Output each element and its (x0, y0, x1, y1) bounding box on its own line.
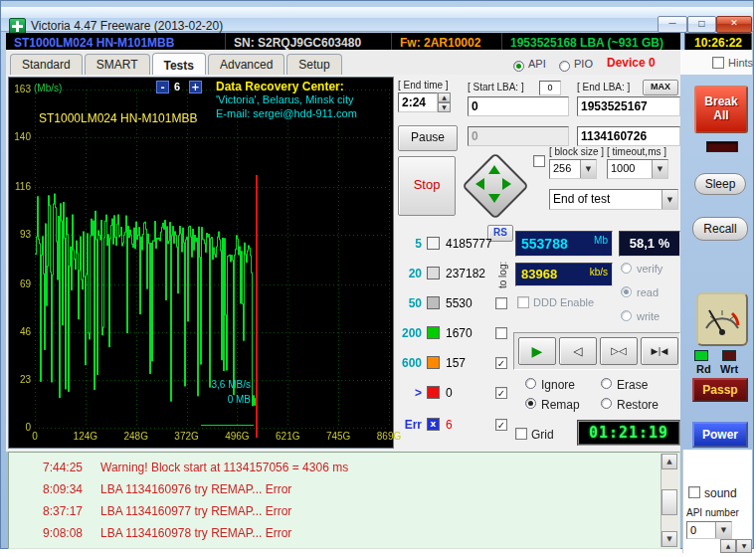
seek-down-icon[interactable] (488, 194, 500, 203)
end-action-combo[interactable]: End of test ▼ (549, 189, 678, 210)
scan-loop-icon[interactable]: ▷◁ (600, 337, 638, 365)
power-button[interactable]: Power (692, 422, 748, 448)
maximize-button[interactable]: □ (687, 16, 716, 33)
scan-play-icon[interactable]: ▶ (518, 337, 556, 365)
title-bar[interactable]: Victoria 4.47 Freeware (2013-02-20) — □ … (1, 7, 753, 32)
block-size-combo[interactable]: 256 ▼ (549, 159, 597, 179)
erase-radio[interactable] (601, 378, 612, 389)
x-tick-label: 496G (219, 432, 255, 442)
tab-tests[interactable]: Tests (152, 53, 206, 76)
seek-option-checkbox[interactable] (533, 155, 545, 167)
read-radio[interactable] (621, 286, 632, 297)
api-spin-down-icon[interactable]: ▼ (736, 539, 752, 553)
latency-log-checkbox[interactable]: ✓ (495, 419, 507, 431)
latency-color-block (427, 386, 440, 399)
read-activity-led (694, 350, 708, 361)
tab-advanced[interactable]: Advanced (208, 54, 284, 75)
write-radio-label: write (637, 310, 660, 322)
close-button[interactable]: ✕ (716, 16, 752, 33)
latency-count: 157 (446, 356, 466, 370)
to-log-label: to log: (497, 262, 508, 288)
log-time: 7:44:25 (43, 461, 83, 474)
remap-radio[interactable] (525, 398, 536, 409)
x-tick-label: 248G (118, 432, 154, 442)
ignore-radio[interactable] (525, 378, 536, 389)
api-number-value: 0 (687, 522, 715, 538)
log-line: 7:44:25Warning! Block start at 113415705… (9, 461, 679, 480)
scroll-thumb[interactable] (662, 489, 677, 515)
end-time-spin-down-icon[interactable]: ▼ (438, 102, 451, 112)
api-number-dropdown-icon[interactable]: ▼ (715, 522, 731, 538)
tab-setup[interactable]: Setup (286, 54, 341, 75)
block-size-dropdown-icon[interactable]: ▼ (580, 160, 596, 178)
stop-button[interactable]: Stop (398, 156, 456, 216)
sleep-button[interactable]: Sleep (694, 173, 746, 195)
end-time-spin-up-icon[interactable]: ▲ (438, 93, 451, 102)
latency-log-checkbox[interactable] (495, 327, 507, 339)
timeout-combo[interactable]: 1000 ▼ (607, 159, 668, 179)
latency-count: 5530 (446, 296, 472, 310)
ignore-radio-label: Ignore (541, 378, 575, 392)
api-number-combo[interactable]: 0 ▼ (686, 521, 732, 539)
start-lba-mini-box[interactable]: 0 (539, 81, 561, 95)
y-tick-label: 116 (9, 182, 31, 192)
ddd-enable-checkbox[interactable] (517, 296, 529, 308)
passport-button[interactable]: Passp (692, 378, 748, 402)
seek-up-icon[interactable] (488, 165, 500, 174)
watermark-title: Data Recovery Center: (216, 80, 344, 93)
end-lba-input[interactable] (577, 96, 680, 116)
latency-log-checkbox[interactable]: ✓ (495, 357, 507, 369)
scan-back-icon[interactable]: ◁ (559, 337, 597, 365)
end-action-value: End of test (550, 190, 662, 209)
minimize-button[interactable]: — (658, 16, 687, 33)
api-spin-up-icon[interactable]: ▲ (720, 539, 736, 553)
pio-radio[interactable] (559, 61, 570, 72)
log-time: 8:09:34 (43, 482, 83, 496)
max-lba-button[interactable]: MAX (643, 80, 678, 95)
read-led-label: Rd (696, 363, 711, 375)
latency-row-label: 200 (396, 326, 422, 340)
y-tick-label: 23 (9, 375, 31, 385)
tab-smart[interactable]: SMART (85, 54, 150, 75)
ddd-enable-label: DDD Enable (533, 296, 594, 308)
start-lba-input[interactable] (468, 96, 569, 116)
end-time-input[interactable] (398, 93, 438, 112)
scan-seek-end-icon[interactable]: ▶|◀ (641, 337, 678, 365)
restore-radio[interactable] (601, 398, 612, 409)
timeout-dropdown-icon[interactable]: ▼ (652, 160, 667, 178)
remap-radio-label: Remap (541, 398, 580, 412)
end-time-label: [ End time ] (398, 80, 449, 91)
zoom-out-button[interactable]: - (156, 81, 169, 93)
current-lba-input[interactable] (577, 126, 680, 146)
restore-radio-label: Restore (617, 398, 659, 412)
scroll-down-icon[interactable]: ▼ (662, 531, 677, 547)
hints-checkbox[interactable] (712, 57, 724, 69)
latency-count: 237182 (446, 267, 485, 280)
y-tick-label: 163 (9, 85, 31, 94)
seek-pad[interactable] (460, 152, 529, 218)
mb-progress-panel: 553788 Mb (515, 231, 613, 257)
api-radio[interactable] (513, 61, 524, 72)
tab-standard[interactable]: Standard (10, 54, 83, 75)
x-tick-label: 621G (270, 432, 305, 442)
zoom-in-button[interactable]: + (189, 81, 202, 93)
latency-log-checkbox[interactable]: ✓ (495, 387, 507, 399)
latency-count: 4185777 (446, 237, 492, 251)
write-radio[interactable] (621, 310, 632, 321)
log-scrollbar[interactable]: ▲ ▼ (661, 454, 678, 547)
x-tick-label: 0 (17, 432, 53, 442)
grid-checkbox[interactable] (515, 428, 527, 440)
end-lba-label: [ End LBA: ] (577, 82, 630, 93)
pause-button[interactable]: Pause (398, 125, 458, 151)
scroll-up-icon[interactable]: ▲ (662, 454, 677, 469)
break-all-button[interactable]: Break All (694, 86, 748, 133)
sound-checkbox[interactable] (688, 486, 700, 498)
latency-count: 0 (446, 386, 453, 400)
recall-button[interactable]: Recall (692, 217, 748, 241)
seek-right-icon[interactable] (502, 178, 511, 190)
latency-log-checkbox[interactable] (495, 297, 507, 309)
verify-radio[interactable] (621, 263, 632, 274)
end-action-dropdown-icon[interactable]: ▼ (662, 190, 677, 209)
latency-count: 1670 (446, 326, 472, 340)
seek-left-icon[interactable] (475, 178, 484, 190)
